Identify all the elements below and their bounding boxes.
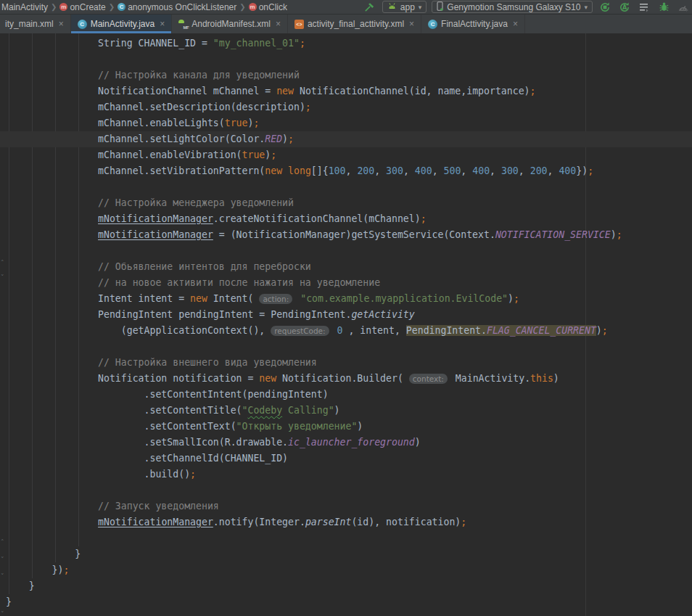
code-line[interactable]: } [0, 578, 692, 594]
method-icon: m [249, 3, 257, 11]
manifest-label: MF [184, 25, 189, 30]
tab-androidmanifest-xml[interactable]: MFAndroidManifest.xml× [172, 15, 288, 33]
code-line[interactable]: PendingIntent pendingIntent = PendingInt… [0, 307, 692, 323]
code-line[interactable]: Intent intent = new Intent( action: "com… [0, 291, 692, 307]
breadcrumb-label: onCreate [70, 2, 105, 12]
class-icon: C [78, 20, 87, 29]
code-line[interactable] [0, 179, 692, 195]
tab-label: activity_final_acttivity.xml [308, 19, 404, 29]
breadcrumb-item[interactable]: Canonymous OnClickListener [118, 2, 236, 12]
code-line[interactable]: mChannel.setVibrationPattern(new long[]{… [0, 163, 692, 179]
phone-icon [437, 1, 443, 13]
code-line[interactable]: mNotificationManager.notify(Integer.pars… [0, 514, 692, 530]
code-line[interactable]: .build(); [0, 467, 692, 482]
code-line[interactable] [0, 52, 692, 67]
toolbar: app ▾ Genymotion Samsung Galaxy S10 ▾ [363, 1, 691, 14]
breadcrumb-separator-icon: ❯ [109, 3, 115, 11]
tab-label: FinalActtivity.java [441, 19, 508, 29]
code-line[interactable]: String CHANNEL_ID = "my_channel_01"; [0, 36, 692, 52]
tab-bar: ity_main.xml×CMainActivity.java×MFAndroi… [0, 15, 692, 33]
code-editor[interactable]: ˄ ˅ ˄ ˅ ˅ ˅ String CHANNEL_ID = "my_chan… [0, 33, 692, 616]
close-icon[interactable]: × [160, 20, 165, 28]
debug-icon[interactable] [656, 1, 671, 14]
code-line[interactable] [0, 243, 692, 259]
tab-finalacttivity-java[interactable]: CFinalActtivity.java× [421, 15, 525, 33]
code-line[interactable] [0, 530, 692, 546]
breadcrumb-item[interactable]: MainActivity [1, 2, 48, 12]
svg-text:A: A [622, 4, 627, 11]
profiler-icon[interactable] [676, 1, 691, 14]
tab-activity-final-acttivity-xml[interactable]: <>activity_final_acttivity.xml× [288, 15, 421, 33]
code-line[interactable]: mChannel.setLightColor(Color.RED); [0, 131, 692, 147]
run-configurations-icon[interactable] [637, 1, 651, 14]
code-line[interactable]: mChannel.setDescription(description); [0, 99, 692, 115]
breadcrumb-item[interactable]: monCreate [59, 2, 105, 12]
code-line[interactable]: // Настройка внешнего вида уведомления [0, 355, 692, 371]
parameter-hint: requestCode: [271, 326, 329, 336]
code-line[interactable] [0, 339, 692, 355]
run-config-label: app [400, 2, 415, 12]
build-hammer-icon[interactable] [363, 1, 377, 14]
breadcrumb-separator-icon: ❯ [51, 3, 57, 11]
code-line[interactable]: // Обьявление интентов для переброски [0, 259, 692, 275]
close-icon[interactable]: × [409, 20, 414, 28]
navigation-bar: MainActivity❯monCreate❯Canonymous OnClic… [0, 0, 692, 15]
code-line[interactable]: // на новое активити после нажатия на ув… [0, 275, 692, 291]
manifest-file-icon: MF [178, 20, 188, 29]
code-line[interactable] [0, 482, 692, 498]
code-line[interactable]: mChannel.enableLights(true); [0, 115, 692, 131]
tab-label: ity_main.xml [5, 19, 54, 29]
device-selector[interactable]: Genymotion Samsung Galaxy S10 ▾ [432, 1, 593, 13]
code-line[interactable]: (getApplicationContext(), requestCode: 0… [0, 323, 692, 339]
tab-label: MainActivity.java [91, 19, 155, 29]
close-icon[interactable]: × [276, 20, 281, 28]
fold-marker-icon[interactable]: ˅ [1, 611, 4, 616]
tab-ity-main-xml[interactable]: ity_main.xml× [0, 15, 71, 33]
android-icon [387, 2, 397, 12]
class-icon: C [118, 3, 125, 11]
tab-label: AndroidManifest.xml [191, 19, 271, 29]
chevron-down-icon: ▾ [584, 4, 588, 11]
device-label: Genymotion Samsung Galaxy S10 [447, 2, 580, 12]
code-line[interactable]: // Настройка менеджера уведомлений [0, 195, 692, 211]
breadcrumb-label: anonymous OnClickListener [128, 2, 236, 12]
code-line[interactable]: } [0, 546, 692, 562]
code-line[interactable]: .setSmallIcon(R.drawable.ic_launcher_for… [0, 435, 692, 451]
chevron-down-icon: ▾ [419, 4, 422, 11]
code-line[interactable]: mChannel.enableVibration(true); [0, 147, 692, 163]
run-config-selector[interactable]: app ▾ [382, 1, 427, 13]
apply-changes-icon[interactable] [598, 1, 612, 14]
method-icon: m [59, 3, 67, 11]
code-line[interactable]: NotificationChannel mChannel = new Notif… [0, 83, 692, 99]
xml-file-icon: <> [294, 20, 304, 29]
parameter-hint: context: [409, 374, 448, 384]
breadcrumb-label: MainActivity [1, 2, 48, 12]
android-icon [178, 20, 184, 23]
code-line[interactable]: .setContentText("Открыть уведомление") [0, 419, 692, 435]
close-icon[interactable]: × [513, 20, 518, 28]
code-line[interactable]: } [0, 594, 692, 610]
code-line[interactable]: .setChannelId(CHANNEL_ID) [0, 451, 692, 467]
breadcrumb-label: onClick [259, 2, 287, 12]
parameter-hint: action: [259, 294, 292, 304]
code-line[interactable]: // Запуск уведомления [0, 498, 692, 514]
class-icon: C [428, 20, 437, 29]
code-line[interactable]: mNotificationManager = (NotificationMana… [0, 227, 692, 243]
apply-code-changes-icon[interactable]: A [617, 1, 632, 14]
code-line[interactable]: Notification notification = new Notifica… [0, 371, 692, 387]
close-icon[interactable]: × [59, 20, 64, 28]
code-area: String CHANNEL_ID = "my_channel_01"; // … [0, 36, 692, 610]
code-line[interactable]: .setContentIntent(pendingIntent) [0, 387, 692, 403]
breadcrumb-separator-icon: ❯ [239, 3, 245, 11]
code-line[interactable]: }); [0, 562, 692, 578]
breadcrumb-item[interactable]: monClick [249, 2, 287, 12]
code-line[interactable]: mNotificationManager.createNotificationC… [0, 211, 692, 227]
tab-mainactivity-java[interactable]: CMainActivity.java× [71, 15, 173, 33]
code-line[interactable]: .setContentTitle("Codeby Calling") [0, 403, 692, 419]
breadcrumb: MainActivity❯monCreate❯Canonymous OnClic… [1, 2, 287, 12]
code-line[interactable]: // Настройка канала для уведомлений [0, 67, 692, 83]
